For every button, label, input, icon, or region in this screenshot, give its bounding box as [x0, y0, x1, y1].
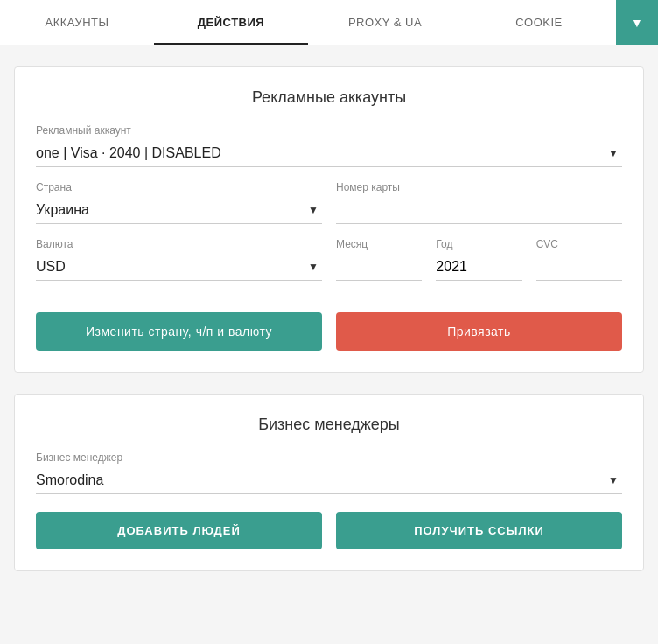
currency-field: Валюта USD ▼ [36, 238, 322, 295]
card-expiry-cvc-group: Месяц Год CVC [336, 238, 622, 295]
country-select-wrapper[interactable]: Украина ▼ [36, 197, 322, 224]
card-fields-row: Месяц Год CVC [336, 238, 622, 281]
chevron-down-icon: ▼ [308, 261, 318, 273]
business-managers-section: Бизнес менеджеры Бизнес менеджер Smorodi… [14, 394, 644, 571]
ad-account-value: one | Visa · 2040 | DISABLED [36, 140, 622, 166]
manager-label: Бизнес менеджер [36, 452, 622, 464]
card-month-field: Месяц [336, 238, 422, 281]
card-cvc-field: CVC [536, 238, 622, 281]
bind-button[interactable]: Привязать [336, 312, 622, 351]
chevron-down-icon: ▼ [608, 474, 619, 486]
get-links-button[interactable]: ПОЛУЧИТЬ ССЫЛКИ [336, 512, 622, 550]
business-manager-field: Бизнес менеджер Smorodina ▼ [36, 452, 622, 494]
business-manager-buttons: ДОБАВИТЬ ЛЮДЕЙ ПОЛУЧИТЬ ССЫЛКИ [36, 512, 622, 550]
tab-dropdown[interactable]: ▼ [616, 0, 658, 45]
ad-account-buttons: Изменить страну, ч/п и валюту Привязать [36, 312, 622, 351]
ad-accounts-title: Рекламные аккаунты [36, 88, 622, 107]
currency-card-details-row: Валюта USD ▼ Месяц Год [36, 238, 622, 295]
tab-proxy[interactable]: PROXY & UA [308, 0, 462, 45]
ad-account-label: Рекламный аккаунт [36, 124, 622, 136]
tab-actions[interactable]: ДЕЙСТВИЯ [154, 0, 308, 45]
cvc-label: CVC [536, 238, 622, 250]
card-month-input[interactable] [336, 254, 422, 281]
change-country-button[interactable]: Изменить страну, ч/п и валюту [36, 312, 322, 351]
country-field: Страна Украина ▼ [36, 181, 322, 238]
country-label: Страна [36, 181, 322, 193]
card-number-label: Номер карты [336, 181, 622, 193]
month-label: Месяц [336, 238, 422, 250]
currency-value: USD [36, 254, 322, 280]
country-card-row: Страна Украина ▼ Номер карты [36, 181, 622, 238]
currency-label: Валюта [36, 238, 322, 250]
chevron-down-icon: ▼ [631, 16, 643, 30]
add-people-button[interactable]: ДОБАВИТЬ ЛЮДЕЙ [36, 512, 322, 550]
ad-account-select-wrapper[interactable]: one | Visa · 2040 | DISABLED ▼ [36, 140, 622, 167]
card-number-input[interactable] [336, 197, 622, 224]
main-content: Рекламные аккаунты Рекламный аккаунт one… [0, 46, 658, 613]
year-label: Год [436, 238, 522, 250]
country-value: Украина [36, 197, 322, 223]
card-cvc-input[interactable] [536, 254, 622, 281]
manager-value: Smorodina [36, 467, 622, 494]
chevron-down-icon: ▼ [608, 147, 619, 159]
card-year-field: Год [436, 238, 522, 281]
card-number-field: Номер карты [336, 181, 622, 238]
ad-account-field: Рекламный аккаунт one | Visa · 2040 | DI… [36, 124, 622, 167]
chevron-down-icon: ▼ [308, 204, 318, 216]
tab-accounts[interactable]: АККАУНТЫ [0, 0, 154, 45]
ad-accounts-section: Рекламные аккаунты Рекламный аккаунт one… [14, 66, 644, 373]
card-year-input[interactable] [436, 254, 522, 281]
tab-bar: АККАУНТЫ ДЕЙСТВИЯ PROXY & UA COOKIE ▼ [0, 0, 658, 46]
currency-select-wrapper[interactable]: USD ▼ [36, 254, 322, 281]
manager-select-wrapper[interactable]: Smorodina ▼ [36, 467, 622, 494]
business-managers-title: Бизнес менеджеры [36, 416, 622, 434]
tab-cookie[interactable]: COOKIE [462, 0, 616, 45]
